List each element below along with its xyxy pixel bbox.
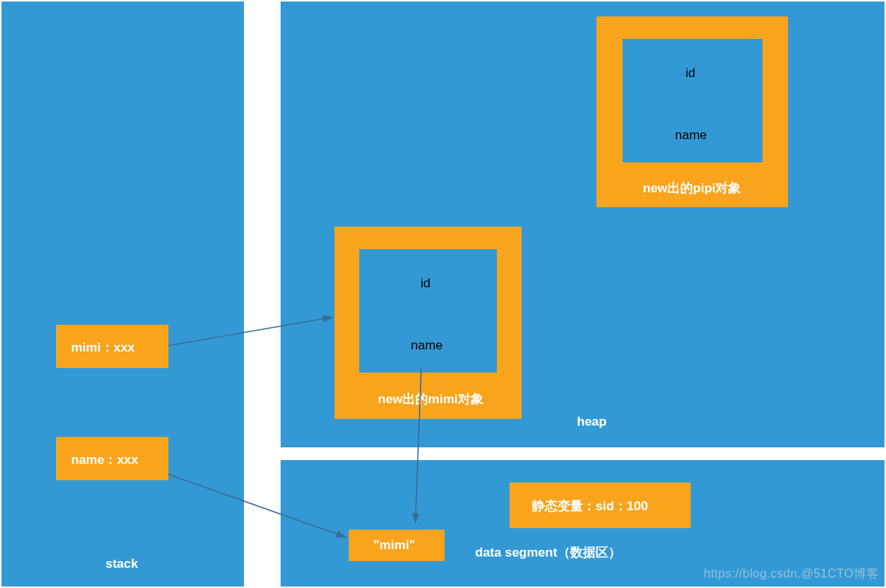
heap-pipi-field-id: id bbox=[685, 66, 695, 81]
heap-mimi-caption: new出的mimi对象 bbox=[378, 391, 483, 408]
stack-mimi-box: mimi：xxx bbox=[56, 325, 168, 368]
heap-pipi-field-name: name bbox=[675, 128, 707, 143]
watermark: https://blog.csdn.@51CTO博客 bbox=[704, 566, 879, 582]
heap-title: heap bbox=[577, 414, 607, 429]
data-segment-title: data segment（数据区） bbox=[475, 544, 621, 561]
data-mimi-literal-box: "mimi" bbox=[349, 530, 444, 561]
heap-pipi-object: id name new出的pipi对象 bbox=[596, 16, 788, 207]
heap-mimi-field-id: id bbox=[421, 276, 430, 291]
data-static-var-box: 静态变量：sid：100 bbox=[510, 483, 691, 528]
heap-pipi-caption: new出的pipi对象 bbox=[643, 180, 741, 197]
heap-panel: id name new出的mimi对象 id name new出的pipi对象 … bbox=[281, 1, 885, 447]
data-mimi-literal: "mimi" bbox=[373, 538, 415, 553]
heap-mimi-field-name: name bbox=[411, 338, 443, 353]
heap-mimi-inner: id name bbox=[359, 249, 497, 373]
heap-mimi-object: id name new出的mimi对象 bbox=[334, 227, 522, 419]
stack-mimi-label: mimi：xxx bbox=[71, 339, 135, 356]
stack-name-label: name：xxx bbox=[71, 451, 138, 468]
stack-title: stack bbox=[106, 557, 138, 572]
data-static-var: 静态变量：sid：100 bbox=[532, 497, 648, 515]
heap-pipi-inner: id name bbox=[623, 39, 763, 162]
stack-panel: mimi：xxx name：xxx stack bbox=[1, 1, 244, 587]
stack-name-box: name：xxx bbox=[56, 437, 168, 480]
